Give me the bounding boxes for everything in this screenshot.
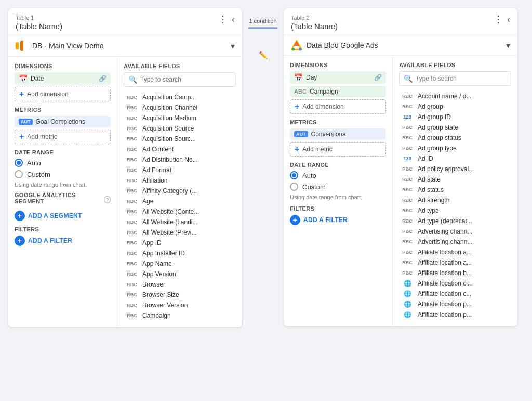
radio-auto[interactable] xyxy=(15,159,23,167)
list-item[interactable]: RBCAdvertising chann... xyxy=(399,226,511,237)
list-item[interactable]: RBCAcquisition Channel xyxy=(124,102,236,113)
table2-datasource-dropdown[interactable]: ▾ xyxy=(506,41,510,50)
edit-join-icon[interactable]: ✏️ xyxy=(259,51,268,59)
field-type-badge: RBC xyxy=(126,209,138,214)
field-name: All Website (Previ... xyxy=(142,229,196,236)
table2-dimension-campaign[interactable]: ABC Campaign xyxy=(290,86,386,97)
list-item[interactable]: RBCAcquisition Sourc... xyxy=(124,134,236,144)
field-name: Account name / d... xyxy=(418,93,471,100)
table2-add-dimension-btn[interactable]: + Add dimension xyxy=(290,99,386,114)
table1-more-icon[interactable]: ⋮ xyxy=(218,15,228,24)
table1-date-custom-option[interactable]: Custom xyxy=(15,170,111,178)
list-item[interactable]: RBCBrowser Size xyxy=(124,290,236,300)
date-custom-label: Custom xyxy=(27,171,50,178)
list-item[interactable]: RBCAffiliate location b... xyxy=(399,268,511,278)
table1-title-large: (Table Name) xyxy=(16,22,62,31)
list-item[interactable]: RBCAd Format xyxy=(124,165,236,175)
list-item[interactable]: RBCAffiliate location a... xyxy=(399,247,511,257)
table2-metrics-label: Metrics xyxy=(290,119,386,125)
table2-search-bar: 🔍 xyxy=(399,71,511,86)
list-item[interactable]: RBCAge xyxy=(124,196,236,206)
list-item[interactable]: RBCApp Version xyxy=(124,269,236,279)
table2-date-custom-option[interactable]: Custom xyxy=(290,183,386,191)
date-hint: Using date range from chart. xyxy=(15,182,111,188)
list-item[interactable]: RBCAll Website (Landi... xyxy=(124,217,236,227)
table1-add-dimension-btn[interactable]: + Add dimension xyxy=(15,87,111,101)
list-item[interactable]: RBCApp ID xyxy=(124,238,236,248)
list-item[interactable]: 🌐Affiliate location p... xyxy=(399,299,511,309)
list-item[interactable]: RBCAd status xyxy=(399,185,511,195)
list-item[interactable]: RBCAd Distribution Ne... xyxy=(124,154,236,165)
list-item[interactable]: 🌐Affiliate location ci... xyxy=(399,278,511,289)
list-item[interactable]: RBCCampaign xyxy=(124,311,236,321)
table1-datasource-dropdown[interactable]: ▾ xyxy=(231,41,235,51)
list-item[interactable]: RBCAll Website (Conte... xyxy=(124,206,236,217)
list-item[interactable]: 123Ad group ID xyxy=(399,112,511,122)
table2-more-icon[interactable]: ⋮ xyxy=(494,15,503,24)
list-item[interactable]: RBCAffinity Category (... xyxy=(124,186,236,196)
list-item[interactable]: RBCAd type (deprecat... xyxy=(399,216,511,226)
table1-panel: Table 1 (Table Name) ⋮ ‹ DB - Main View … xyxy=(8,8,242,327)
table1-add-filter-btn[interactable]: + ADD A FILTER xyxy=(15,236,111,246)
field-type-badge: 🌐 xyxy=(401,311,414,318)
table1-add-segment-btn[interactable]: + ADD A SEGMENT xyxy=(15,211,111,221)
list-item[interactable]: RBCAd type xyxy=(399,205,511,216)
table1-metric-goals[interactable]: AUT Goal Completions xyxy=(15,116,111,127)
list-item[interactable]: 🌐Affiliate location c... xyxy=(399,289,511,299)
list-item[interactable]: RBCAd group state xyxy=(399,122,511,133)
list-item[interactable]: RBCAcquisition Medium xyxy=(124,113,236,123)
list-item[interactable]: RBCApp Installer ID xyxy=(124,248,236,258)
table2-add-filter-btn[interactable]: + ADD A FILTER xyxy=(290,215,386,225)
field-type-badge: RBC xyxy=(126,292,138,297)
add-filter-label: ADD A FILTER xyxy=(303,216,348,224)
table2-search-input[interactable] xyxy=(416,75,507,82)
table1-dimension-date[interactable]: 📅 Date 🔗 xyxy=(15,72,111,85)
list-item[interactable]: RBCAd strength xyxy=(399,195,511,205)
table2-add-metric-btn[interactable]: + Add metric xyxy=(290,142,386,157)
radio-auto[interactable] xyxy=(290,171,298,179)
list-item[interactable]: RBCAd group type xyxy=(399,143,511,153)
list-item[interactable]: RBCBrowser xyxy=(124,279,236,290)
list-item[interactable]: RBCAffiliation xyxy=(124,175,236,186)
list-item[interactable]: RBCAd policy approval... xyxy=(399,164,511,174)
list-item[interactable]: RBCAcquisition Source xyxy=(124,123,236,134)
table1-date-range: Date range Auto Custom Using date range … xyxy=(15,149,111,188)
table1-collapse-icon[interactable]: ‹ xyxy=(232,15,235,24)
list-item[interactable]: RBCAd group status xyxy=(399,133,511,143)
list-item[interactable]: RBCAll Website (Previ... xyxy=(124,227,236,238)
list-item[interactable]: RBCApp Name xyxy=(124,258,236,269)
table2-left-pane: Dimensions 📅 Day 🔗 ABC Campaign + Add di… xyxy=(284,56,393,326)
list-item[interactable]: RBCAd group xyxy=(399,101,511,112)
table2-dimension-day[interactable]: 📅 Day 🔗 xyxy=(290,71,386,84)
field-name: Affiliate location b... xyxy=(418,269,472,277)
field-type-badge: RBC xyxy=(401,166,414,172)
table1-datasource-name: DB - Main View Demo xyxy=(32,42,227,50)
radio-custom[interactable] xyxy=(290,183,298,191)
list-item[interactable]: RBCAdvertising chann... xyxy=(399,237,511,247)
field-type-badge: RBC xyxy=(126,157,138,162)
table1-body: Dimensions 📅 Date 🔗 + Add dimension Metr… xyxy=(8,57,242,327)
list-item[interactable]: RBCBrowser Version xyxy=(124,300,236,311)
list-item[interactable]: RBCAcquisition Camp... xyxy=(124,92,236,102)
radio-custom[interactable] xyxy=(15,170,23,178)
field-type-badge: RBC xyxy=(126,136,138,141)
dimension-day-label: Day xyxy=(306,74,317,81)
table1-add-metric-btn[interactable]: + Add metric xyxy=(15,130,111,144)
table1-date-auto-option[interactable]: Auto xyxy=(15,159,111,167)
table2-date-auto-option[interactable]: Auto xyxy=(290,171,386,179)
list-item[interactable]: RBCAccount name / d... xyxy=(399,91,511,101)
filters-label: Filters xyxy=(290,205,386,212)
table2-collapse-icon[interactable]: ‹ xyxy=(507,15,510,24)
venn-right-circle xyxy=(248,28,277,29)
list-item[interactable]: 🌐Affiliate location p... xyxy=(399,309,511,320)
list-item[interactable]: RBCAd Content xyxy=(124,144,236,154)
list-item[interactable]: 123Ad ID xyxy=(399,153,511,164)
table1-field-list: RBCAcquisition Camp...RBCAcquisition Cha… xyxy=(124,92,236,321)
table2-metric-conversions[interactable]: AUT Conversions xyxy=(290,128,386,140)
help-icon[interactable]: ? xyxy=(104,196,111,203)
list-item[interactable]: RBCAffiliate location a... xyxy=(399,257,511,268)
table1-search-input[interactable] xyxy=(140,76,231,83)
field-name: Affiliate location a... xyxy=(418,259,472,266)
add-dimension-label: Add dimension xyxy=(302,103,343,110)
list-item[interactable]: RBCAd state xyxy=(399,174,511,185)
